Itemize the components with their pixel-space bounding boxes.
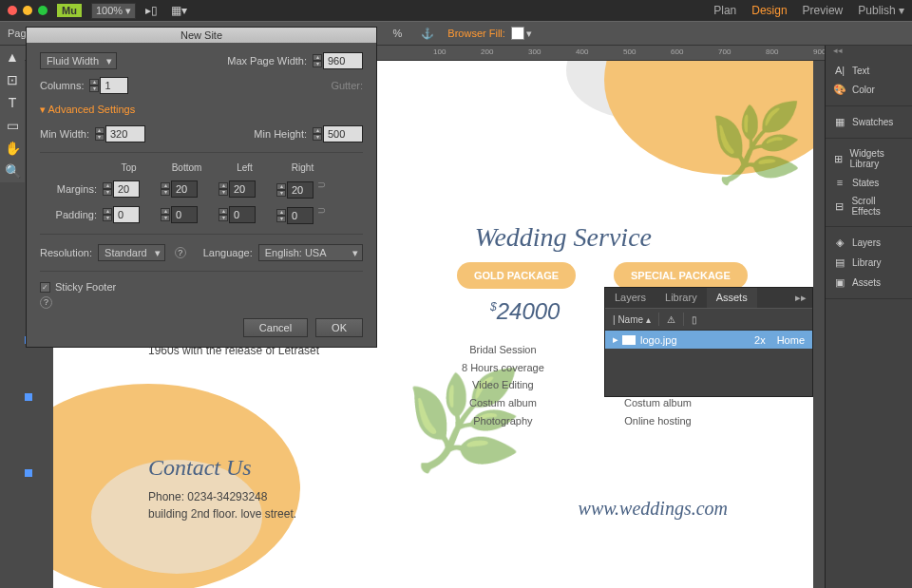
gutter-label: Gutter: xyxy=(331,80,363,91)
text-tool[interactable]: T xyxy=(9,95,17,110)
warning-column-icon: ⚠ xyxy=(667,314,675,325)
margin-left-input[interactable] xyxy=(229,180,256,198)
panel-text[interactable]: A|Text xyxy=(826,61,912,80)
states-icon: ≡ xyxy=(833,177,846,188)
columns-input[interactable] xyxy=(100,77,128,94)
max-page-width-label: Max Page Width: xyxy=(227,55,307,66)
language-select[interactable]: English: USA xyxy=(258,244,363,261)
maximize-window[interactable] xyxy=(38,6,48,15)
panel-scroll[interactable]: ⊟Scroll Effects xyxy=(826,192,912,220)
asset-thumbnail xyxy=(622,335,636,345)
library-icon: ▤ xyxy=(833,256,846,269)
asset-filename: logo.jpg xyxy=(640,334,677,346)
heading-wedding-service: Wedding Service xyxy=(475,222,652,253)
padding-bottom-input[interactable] xyxy=(171,206,198,223)
assets-floating-panel: Layers Library Assets ▸▸ | Name ▴ ⚠ ▯ ▸ … xyxy=(604,287,813,397)
right-panel-dock: ◂◂ A|Text 🎨Color ▦Swatches ⊞Widgets Libr… xyxy=(825,46,912,588)
layers-icon: ◈ xyxy=(833,237,846,249)
text-icon: A| xyxy=(833,65,846,76)
swatches-icon: ▦ xyxy=(833,116,846,128)
anchor-icon[interactable]: ⚓ xyxy=(421,28,434,40)
nav-design[interactable]: Design xyxy=(751,4,787,17)
palette-icon: 🎨 xyxy=(833,84,846,96)
expand-asset-icon[interactable]: ▸ xyxy=(613,333,618,346)
columns-label: Columns: xyxy=(40,80,84,91)
resolution-label: Resolution: xyxy=(40,247,92,258)
tab-library[interactable]: Library xyxy=(656,288,707,308)
layout-select[interactable]: Fluid Width xyxy=(40,52,117,69)
min-width-input[interactable] xyxy=(105,125,145,142)
selection-tool[interactable]: ▲ xyxy=(6,49,19,65)
page-label: Pag xyxy=(8,28,27,39)
gold-package-button[interactable]: GOLD PACKAGE xyxy=(457,262,576,289)
resolution-select[interactable]: Standard xyxy=(98,244,165,261)
panel-swatches[interactable]: ▦Swatches xyxy=(826,112,912,132)
panel-states[interactable]: ≡States xyxy=(826,173,912,192)
panel-assets[interactable]: ▣Assets xyxy=(826,273,912,293)
panel-color[interactable]: 🎨Color xyxy=(826,80,912,100)
rectangle-tool[interactable]: ▭ xyxy=(7,118,19,133)
assets-column-header[interactable]: | Name ▴ ⚠ ▯ xyxy=(605,308,812,331)
padding-left-input[interactable] xyxy=(229,206,256,223)
nav-publish[interactable]: Publish ▾ xyxy=(858,4,904,17)
widgets-icon: ⊞ xyxy=(833,153,845,165)
min-width-label: Min Width: xyxy=(40,128,89,140)
dialog-title: New Site xyxy=(27,28,376,43)
toolbox: ▲ ⊡ T ▭ ✋ 🔍 xyxy=(0,46,25,182)
padding-label: Padding: xyxy=(40,209,97,220)
margin-right-input[interactable] xyxy=(287,181,314,199)
nav-plan[interactable]: Plan xyxy=(713,4,736,17)
scroll-icon: ⊟ xyxy=(833,200,846,213)
margin-top-input[interactable] xyxy=(113,180,140,198)
tab-layers[interactable]: Layers xyxy=(605,288,656,308)
new-site-dialog: New Site Fluid Width Max Page Width: ▴▾ … xyxy=(26,27,377,348)
sticky-footer-checkbox[interactable]: ✓ xyxy=(40,282,50,293)
gold-services-list: Bridal Session8 Hours coverage Video Edi… xyxy=(462,341,544,429)
asset-resolution: 2x xyxy=(754,334,766,346)
sticky-footer-label: Sticky Footer xyxy=(55,281,116,293)
contact-phone: Phone: 0234-34293248 xyxy=(148,488,296,505)
close-window[interactable] xyxy=(8,6,17,15)
minimize-window[interactable] xyxy=(23,6,32,15)
collapse-panels-icon[interactable]: ◂◂ xyxy=(826,46,912,55)
assets-icon: ▣ xyxy=(833,276,846,289)
cancel-button[interactable]: Cancel xyxy=(243,318,308,337)
max-page-width-input[interactable] xyxy=(323,52,363,69)
padding-top-input[interactable] xyxy=(113,206,140,223)
help-icon[interactable]: ? xyxy=(175,247,186,258)
min-height-label: Min Height: xyxy=(254,128,307,140)
panel-library[interactable]: ▤Library xyxy=(826,253,912,273)
nav-preview[interactable]: Preview xyxy=(803,4,844,17)
asset-page: Home xyxy=(777,334,805,346)
panel-widgets[interactable]: ⊞Widgets Library xyxy=(826,144,912,173)
link-padding-icon[interactable]: ⊃ xyxy=(317,204,326,216)
browser-fill-label: Browser Fill: xyxy=(447,28,505,39)
crop-tool[interactable]: ⊡ xyxy=(7,72,18,87)
dialog-help-icon[interactable]: ? xyxy=(40,296,52,309)
special-package-button[interactable]: SPECIAL PACKAGE xyxy=(614,262,748,289)
zoom-tool[interactable]: 🔍 xyxy=(5,163,21,179)
min-height-input[interactable] xyxy=(323,125,363,142)
title-bar: Mu 100% ▾ ▸▯ ▦▾ Plan Design Preview Publ… xyxy=(0,0,912,21)
hand-tool[interactable]: ✋ xyxy=(5,141,21,156)
padding-right-input[interactable] xyxy=(287,207,314,224)
tab-assets[interactable]: Assets xyxy=(707,288,757,308)
ok-button[interactable]: OK xyxy=(315,318,363,337)
zoom-level[interactable]: 100% ▾ xyxy=(91,3,136,19)
view-mode-icon[interactable]: ▦▾ xyxy=(167,4,191,17)
link-margins-icon[interactable]: ⊃ xyxy=(317,179,326,190)
expand-panel-icon[interactable]: ▸▸ xyxy=(789,288,812,308)
page-column-icon: ▯ xyxy=(692,314,697,325)
contact-address: building 2nd floor. love street. xyxy=(148,505,296,522)
asset-row-logo[interactable]: ▸ logo.jpg 2x Home xyxy=(605,331,812,349)
language-label: Language: xyxy=(203,247,253,258)
advanced-settings-header[interactable]: Advanced Settings xyxy=(40,104,363,116)
margin-bottom-input[interactable] xyxy=(171,180,198,198)
contact-heading: Contact Us xyxy=(148,455,296,481)
website-text: www.weddings.com xyxy=(579,498,728,520)
panel-layers[interactable]: ◈Layers xyxy=(826,233,912,253)
browser-fill-swatch[interactable] xyxy=(511,27,524,40)
margins-label: Margins: xyxy=(40,183,97,195)
price-text: $24000 xyxy=(490,298,560,325)
pin-icon[interactable]: ▸▯ xyxy=(142,4,162,17)
